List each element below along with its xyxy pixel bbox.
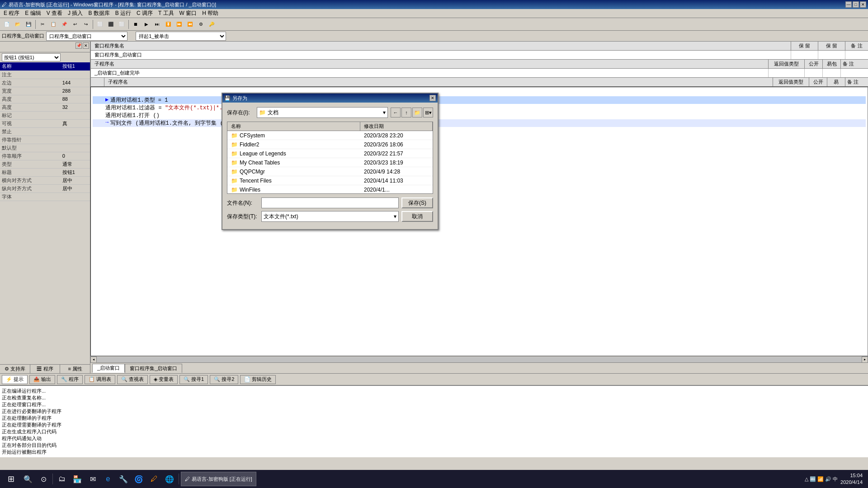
taskbar-running-app[interactable]: 🖊 易语言-加密狗版 [正在运行] (181, 472, 256, 486)
taskbar-mail[interactable]: ✉ (85, 472, 100, 486)
menu-edit[interactable]: E 编辑 (22, 9, 43, 18)
nav-tab-winprogset[interactable]: 窗口程序集_启动窗口 (125, 364, 182, 373)
new-btn[interactable]: 📄 (2, 19, 12, 29)
scroll-track[interactable] (97, 357, 862, 362)
prop-value-caption[interactable]: 按钮1 (61, 168, 90, 176)
win-table-row[interactable]: 窗口程序集_启动窗口 (91, 51, 868, 60)
taskbar-edge[interactable]: e (101, 472, 115, 486)
taskbar-chrome[interactable]: 🌐 (162, 472, 177, 486)
nav-tab-startup[interactable]: _启动窗口 (92, 364, 125, 373)
copy-btn[interactable]: 📋 (48, 19, 58, 29)
btab-search2[interactable]: 🔍 搜寻2 (210, 375, 238, 384)
file-item-tencent[interactable]: 📁 Tencent Files 2020/4/14 11:03 (227, 176, 433, 185)
prop-value-height[interactable]: 88 (61, 95, 90, 103)
saveas-up-btn[interactable]: ↑ (401, 108, 411, 117)
menu-help[interactable]: H 帮助 (199, 9, 221, 18)
component-dropdown[interactable]: 按钮1 (按钮1) (2, 53, 61, 61)
prop-value-default[interactable] (61, 144, 90, 152)
panel-pin-btn[interactable]: 📌 (75, 42, 82, 49)
bottom-left-tab2[interactable]: ☰ 程序 (30, 365, 61, 373)
maximize-button[interactable]: □ (853, 1, 859, 8)
menu-compile[interactable]: C 调序 (134, 9, 156, 18)
file-col-date[interactable]: 修改日期 (360, 122, 433, 131)
start-button[interactable]: ⊞ (2, 472, 20, 486)
taskbar-explorer[interactable]: 🗂 (55, 472, 69, 486)
filetype-dropdown[interactable]: 文本文件(*.txt) ▾ (261, 211, 399, 222)
taskbar-tool[interactable]: 🔧 (116, 472, 131, 486)
prop-value-valign[interactable]: 居中 (61, 184, 90, 192)
prop-value-name[interactable]: 按钮1 (61, 62, 90, 70)
cut-btn[interactable]: ✂ (38, 19, 47, 29)
prop-value-comment[interactable] (61, 70, 90, 79)
menu-view[interactable]: V 查看 (44, 9, 65, 18)
horiz-scrollbar[interactable]: ◂ ▸ (90, 356, 868, 362)
bottom-left-tab3[interactable]: ≡ 属性 (60, 365, 90, 373)
btab-output[interactable]: 📤 输出 (29, 375, 55, 384)
taskbar-taskview[interactable]: ⊙ (36, 472, 51, 486)
btab-hint[interactable]: ⚡ 提示 (2, 375, 28, 384)
btab-cliphistory[interactable]: 📄 剪辑历史 (240, 375, 276, 384)
scroll-left-btn[interactable]: ◂ (90, 357, 97, 363)
saveas-back-btn[interactable]: ← (391, 108, 401, 117)
file-item-cfsystem[interactable]: 📁 CFSystem 2020/3/28 23:20 (227, 131, 433, 140)
filename-input[interactable] (261, 197, 399, 208)
step4-btn[interactable]: ⏪ (185, 19, 195, 29)
prop-value-disabled[interactable] (61, 127, 90, 136)
prop-value-type[interactable]: 通常 (61, 160, 90, 168)
saveas-newfolder-btn[interactable]: 📁 (412, 108, 422, 117)
btab-program[interactable]: 🔧 程序 (57, 375, 83, 384)
file-item-lol[interactable]: 📁 League of Legends 2020/3/22 21:57 (227, 149, 433, 158)
toolbar2-dropdown2[interactable]: 拝起1_被单击 (136, 32, 226, 41)
cancel-button[interactable]: 取消 (401, 211, 433, 222)
tb-btn-3[interactable]: ⬜ (117, 19, 127, 29)
prop-value-font[interactable] (61, 192, 90, 201)
taskbar-store[interactable]: 🏪 (70, 472, 85, 486)
undo-btn[interactable]: ↩ (70, 19, 80, 29)
scroll-right-btn[interactable]: ▸ (862, 357, 868, 363)
prop-value-tabstop[interactable]: 0 (61, 152, 90, 160)
saveas-view-btn[interactable]: ⊞▾ (423, 108, 433, 117)
stop-btn[interactable]: ⏹ (131, 19, 141, 29)
prop-value-visible[interactable]: 真 (61, 119, 90, 127)
sub-table-row[interactable]: _启动窗口_创建完毕 (91, 69, 868, 78)
taskbar-spiral[interactable]: 🌀 (132, 472, 146, 486)
taskbar-pen[interactable]: 🖊 (147, 472, 161, 486)
compile-btn[interactable]: ⚙ (196, 19, 206, 29)
menu-run[interactable]: B 运行 (113, 9, 134, 18)
menu-window[interactable]: W 窗口 (177, 9, 200, 18)
file-item-winfiles[interactable]: 📁 WinFiles 2020/4/1... (227, 185, 433, 194)
toolbar2-dropdown1[interactable]: 口程序集_启动窗口 (46, 32, 127, 41)
menu-program[interactable]: E 程序 (1, 9, 22, 18)
taskbar-search[interactable]: 🔍 (21, 472, 35, 486)
step3-btn[interactable]: ⏩ (174, 19, 184, 29)
menu-insert[interactable]: J 插入 (65, 9, 85, 18)
step2-btn[interactable]: ⏬ (163, 19, 173, 29)
save-button[interactable]: 保存(S) (401, 197, 433, 208)
prop-value-cursor[interactable] (61, 136, 90, 144)
run-btn[interactable]: ▶ (142, 19, 151, 29)
btab-vartable[interactable]: ◈ 变量表 (150, 375, 178, 384)
tb-btn-2[interactable]: ⬛ (106, 19, 116, 29)
menu-database[interactable]: B 数据库 (85, 9, 112, 18)
step-btn[interactable]: ⏭ (152, 19, 162, 29)
prop-value-height2[interactable]: 32 (61, 103, 90, 111)
taskbar-clock[interactable]: 15:04 2020/4/14 (840, 472, 863, 486)
btab-calltable[interactable]: 📋 调用表 (85, 375, 115, 384)
file-item-cheats[interactable]: 📁 My Cheat Tables 2020/3/23 18:19 (227, 158, 433, 167)
redo-btn[interactable]: ↪ (81, 19, 91, 29)
prop-value-left[interactable]: 144 (61, 79, 90, 87)
paste-btn[interactable]: 📌 (59, 19, 69, 29)
file-item-fiddler[interactable]: 📁 Fiddler2 2020/3/26 18:06 (227, 140, 433, 149)
menu-tools[interactable]: T 工具 (156, 9, 176, 18)
prop-value-halign[interactable]: 居中 (61, 176, 90, 184)
btab-watchtable[interactable]: 🔍 查视表 (117, 375, 148, 384)
saveas-location-dropdown[interactable]: 📁 文档 ▾ (257, 107, 388, 118)
minimize-button[interactable]: — (845, 1, 852, 8)
saveas-close-btn[interactable]: ✕ (429, 95, 436, 101)
panel-close-btn[interactable]: ✕ (83, 42, 89, 49)
close-button[interactable]: ✕ (860, 1, 866, 8)
tb-btn-1[interactable]: ⬜ (95, 19, 105, 29)
file-col-name[interactable]: 名称 (227, 122, 360, 131)
open-btn[interactable]: 📂 (13, 19, 23, 29)
prop-value-width[interactable]: 288 (61, 87, 90, 95)
